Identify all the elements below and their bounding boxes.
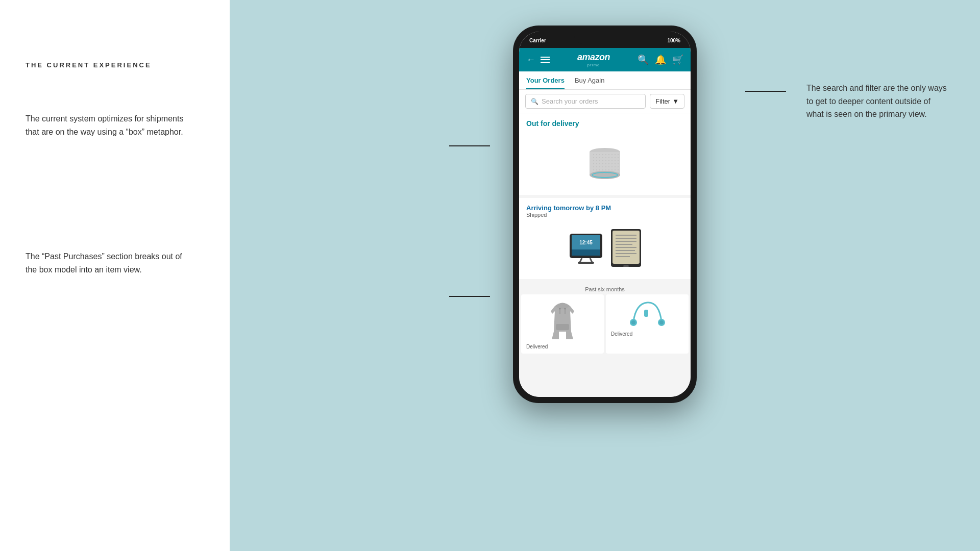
earphones-image [626, 298, 669, 329]
arrow-line-1 [449, 145, 490, 146]
order-subtitle-2: Shipped [526, 212, 683, 218]
arrow-line-2 [449, 296, 490, 297]
tabs-bar: Your Orders Buy Again [519, 71, 691, 90]
order-card-1: Out for delivery [519, 113, 691, 195]
product-images-1 [526, 133, 683, 189]
search-icon: 🔍 [531, 98, 538, 105]
logo-text: amazon [577, 52, 610, 63]
svg-rect-10 [572, 249, 600, 256]
orders-content: Out for delivery [519, 113, 691, 397]
svg-point-31 [659, 320, 664, 324]
grid-item-earphones: Delivered [606, 294, 689, 354]
echo-show-image: 12:45 [568, 232, 604, 265]
right-annotation: The search and filter are the only ways … [806, 82, 949, 121]
order-card-2: Arriving tomorrow by 8 PM Shipped 12:45 [519, 198, 691, 279]
header-left: ← [526, 55, 550, 65]
search-input-wrap[interactable]: 🔍 Search your orders [525, 94, 646, 109]
phone-frame: Carrier 100% ← amazon prime [513, 26, 697, 403]
tab-buy-again[interactable]: Buy Again [575, 71, 605, 89]
phone-screen: Carrier 100% ← amazon prime [519, 32, 691, 397]
order-status-2: Arriving tomorrow by 8 PM [526, 204, 683, 212]
grid-item-hoodie: Delivered [521, 294, 604, 354]
past-purchases-grid: Delivered [519, 294, 691, 356]
search-container: 🔍 Search your orders Filter ▼ [519, 90, 691, 113]
annotation-1: The current system optimizes for shipmen… [26, 112, 184, 138]
svg-rect-11 [578, 262, 594, 264]
bell-icon[interactable]: 🔔 [655, 54, 666, 65]
section-title: THE CURRENT EXPERIENCE [26, 61, 204, 69]
search-icon[interactable]: 🔍 [638, 54, 649, 65]
svg-text:12:45: 12:45 [579, 240, 593, 245]
battery-text: 100% [667, 38, 680, 43]
chevron-down-icon: ▼ [672, 97, 679, 105]
prime-text: prime [587, 63, 600, 67]
earphones-status: Delivered [610, 331, 632, 337]
phone-mockup: Carrier 100% ← amazon prime [513, 26, 697, 403]
amazon-header: ← amazon prime 🔍 🔔 🛒 [519, 48, 691, 71]
product-images-2: 12:45 [526, 223, 683, 273]
phone-notch [574, 32, 635, 44]
search-placeholder: Search your orders [542, 97, 598, 105]
back-button[interactable]: ← [526, 55, 535, 65]
hamburger-menu[interactable] [541, 57, 550, 63]
carrier-text: Carrier [529, 38, 546, 43]
right-panel: The search and filter are the only ways … [230, 0, 980, 551]
svg-rect-4 [591, 154, 619, 173]
right-annotation-line [745, 91, 786, 92]
svg-rect-23 [556, 324, 569, 330]
order-status-1: Out for delivery [526, 119, 683, 128]
hoodie-status: Delivered [525, 344, 548, 349]
annotation-2: The “Past Purchases” section breaks out … [26, 250, 184, 276]
left-panel: THE CURRENT EXPERIENCE The current syste… [0, 0, 230, 551]
svg-rect-32 [644, 310, 648, 317]
header-icons: 🔍 🔔 🛒 [638, 54, 683, 65]
svg-point-29 [631, 320, 635, 324]
echo-dot-image [586, 138, 624, 184]
svg-rect-22 [623, 265, 629, 267]
tab-your-orders[interactable]: Your Orders [526, 71, 565, 89]
filter-button[interactable]: Filter ▼ [650, 94, 684, 109]
cart-icon[interactable]: 🛒 [672, 54, 683, 65]
hoodie-image [545, 298, 580, 342]
kindle-image [609, 228, 643, 268]
section-divider: Past six months [519, 282, 691, 294]
amazon-logo: amazon prime [577, 52, 610, 67]
